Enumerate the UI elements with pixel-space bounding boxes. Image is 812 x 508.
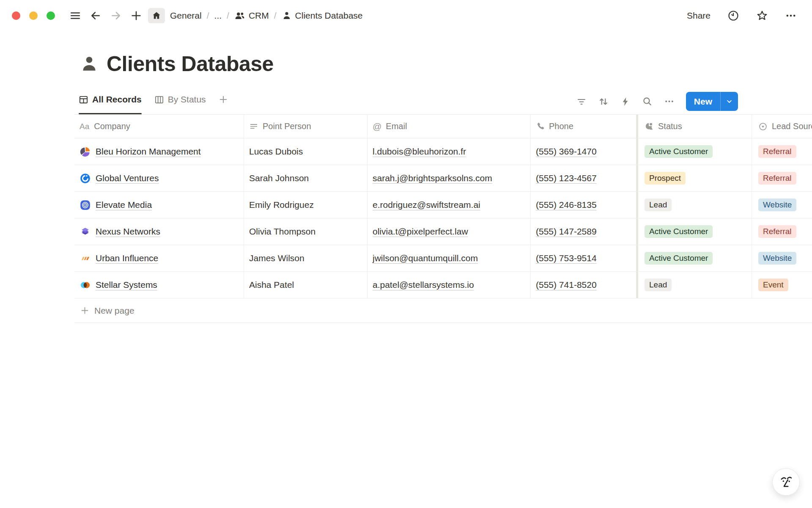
new-page-button[interactable]: New page [74, 298, 812, 323]
email-cell[interactable]: l.dubois@bleuhorizon.fr [368, 138, 531, 165]
email-link[interactable]: e.rodriguez@swiftstream.ai [373, 200, 480, 210]
add-view-icon[interactable] [219, 91, 228, 114]
lead-source-cell[interactable]: Event [752, 272, 812, 298]
status-badge[interactable]: Lead [645, 279, 672, 292]
company-page-link[interactable]: Urban Influence [96, 253, 158, 263]
column-header-email[interactable]: @ Email [368, 115, 531, 138]
email-cell[interactable]: jwilson@quantumquill.com [368, 245, 531, 271]
search-icon[interactable] [642, 96, 653, 107]
tab-by-status[interactable]: By Status [154, 91, 206, 114]
more-options-icon[interactable] [785, 10, 797, 22]
status-badge[interactable]: Lead [645, 199, 672, 212]
phone-link[interactable]: (555) 123-4567 [536, 173, 597, 183]
lead-source-cell[interactable]: Referral [752, 218, 812, 245]
phone-link[interactable]: (555) 369-1470 [536, 146, 597, 157]
breadcrumb-item-clients-database[interactable]: Clients Database [282, 11, 363, 21]
phone-link[interactable]: (555) 741-8520 [536, 280, 597, 290]
company-cell[interactable]: Elevate Media [74, 192, 244, 218]
lead-source-cell[interactable]: Referral [752, 138, 812, 165]
lead-source-badge[interactable]: Referral [758, 225, 796, 238]
email-link[interactable]: a.patel@stellarsystems.io [373, 280, 474, 290]
breadcrumb-ellipsis[interactable]: ... [214, 11, 222, 21]
status-cell[interactable]: Active Customer [638, 245, 752, 271]
lead-source-cell[interactable]: Referral [752, 165, 812, 191]
company-cell[interactable]: Urban Influence [74, 245, 244, 271]
status-cell[interactable]: Active Customer [638, 138, 752, 165]
column-header-phone[interactable]: Phone [531, 115, 636, 138]
company-page-link[interactable]: Bleu Horizon Management [96, 146, 201, 157]
status-cell[interactable]: Prospect [638, 165, 752, 191]
phone-cell[interactable]: (555) 369-1470 [531, 138, 636, 165]
lead-source-cell[interactable]: Website [752, 245, 812, 271]
table-row[interactable]: Urban Influence James Wilson jwilson@qua… [74, 245, 812, 272]
status-cell[interactable]: Lead [638, 272, 752, 298]
menu-icon[interactable] [67, 7, 84, 24]
email-link[interactable]: jwilson@quantumquill.com [373, 253, 478, 263]
column-header-point-person[interactable]: Point Person [244, 115, 368, 138]
breadcrumb-item-crm[interactable]: CRM [234, 10, 269, 21]
phone-link[interactable]: (555) 246-8135 [536, 200, 597, 210]
status-badge[interactable]: Active Customer [645, 252, 713, 265]
phone-cell[interactable]: (555) 123-4567 [531, 165, 636, 191]
phone-link[interactable]: (555) 753-9514 [536, 253, 597, 263]
view-options-icon[interactable] [664, 96, 675, 107]
status-badge[interactable]: Active Customer [645, 225, 713, 238]
phone-cell[interactable]: (555) 246-8135 [531, 192, 636, 218]
company-cell[interactable]: Stellar Systems [74, 272, 244, 298]
table-row[interactable]: Elevate Media Emily Rodriguez e.rodrigue… [74, 192, 812, 218]
sort-icon[interactable] [598, 96, 609, 107]
point-person-cell[interactable]: Olivia Thompson [244, 218, 368, 245]
new-button[interactable]: New [686, 92, 720, 111]
company-cell[interactable]: Bleu Horizon Management [74, 138, 244, 165]
company-cell[interactable]: Nexus Networks [74, 218, 244, 245]
email-cell[interactable]: e.rodriguez@swiftstream.ai [368, 192, 531, 218]
lightning-icon[interactable] [620, 97, 631, 107]
lead-source-badge[interactable]: Website [758, 199, 796, 212]
lead-source-badge[interactable]: Referral [758, 172, 796, 185]
phone-cell[interactable]: (555) 147-2589 [531, 218, 636, 245]
email-link[interactable]: sarah.j@brightsparksolns.com [373, 173, 492, 183]
clock-icon[interactable] [727, 10, 739, 22]
back-arrow-icon[interactable] [87, 7, 104, 24]
home-icon[interactable] [148, 8, 165, 23]
point-person-cell[interactable]: Emily Rodriguez [244, 192, 368, 218]
email-link[interactable]: olivia.t@pixelperfect.law [373, 226, 468, 237]
status-badge[interactable]: Prospect [645, 172, 686, 185]
minimize-window-button[interactable] [29, 11, 38, 20]
breadcrumb-item-general[interactable]: General [170, 11, 202, 21]
table-row[interactable]: Bleu Horizon Management Lucas Dubois l.d… [74, 138, 812, 165]
status-cell[interactable]: Active Customer [638, 218, 752, 245]
point-person-cell[interactable]: Lucas Dubois [244, 138, 368, 165]
point-person-cell[interactable]: Sarah Johnson [244, 165, 368, 191]
lead-source-badge[interactable]: Website [758, 252, 796, 265]
company-page-link[interactable]: Stellar Systems [96, 280, 157, 290]
company-page-link[interactable]: Elevate Media [96, 200, 152, 210]
table-row[interactable]: Stellar Systems Aisha Patel a.patel@stel… [74, 272, 812, 298]
zoom-window-button[interactable] [47, 11, 55, 20]
status-badge[interactable]: Active Customer [645, 145, 713, 158]
company-cell[interactable]: Global Ventures [74, 165, 244, 191]
point-person-cell[interactable]: James Wilson [244, 245, 368, 271]
page-title[interactable]: Clients Database [107, 52, 274, 76]
close-window-button[interactable] [12, 11, 20, 20]
filter-icon[interactable] [576, 97, 587, 107]
notion-ai-button[interactable] [772, 468, 800, 496]
phone-link[interactable]: (555) 147-2589 [536, 226, 597, 237]
status-cell[interactable]: Lead [638, 192, 752, 218]
table-row[interactable]: Global Ventures Sarah Johnson sarah.j@br… [74, 165, 812, 192]
star-icon[interactable] [756, 10, 768, 22]
tab-all-records[interactable]: All Records [79, 91, 142, 114]
email-cell[interactable]: a.patel@stellarsystems.io [368, 272, 531, 298]
lead-source-badge[interactable]: Referral [758, 145, 796, 158]
share-button[interactable]: Share [687, 11, 710, 21]
phone-cell[interactable]: (555) 753-9514 [531, 245, 636, 271]
column-header-status[interactable]: Status [638, 115, 752, 138]
email-link[interactable]: l.dubois@bleuhorizon.fr [373, 146, 466, 157]
company-page-link[interactable]: Global Ventures [96, 173, 159, 183]
phone-cell[interactable]: (555) 741-8520 [531, 272, 636, 298]
new-tab-plus-icon[interactable] [128, 7, 145, 24]
email-cell[interactable]: olivia.t@pixelperfect.law [368, 218, 531, 245]
lead-source-cell[interactable]: Website [752, 192, 812, 218]
column-header-lead-source[interactable]: Lead Source [752, 115, 812, 138]
new-button-chevron-down-icon[interactable] [720, 92, 738, 111]
